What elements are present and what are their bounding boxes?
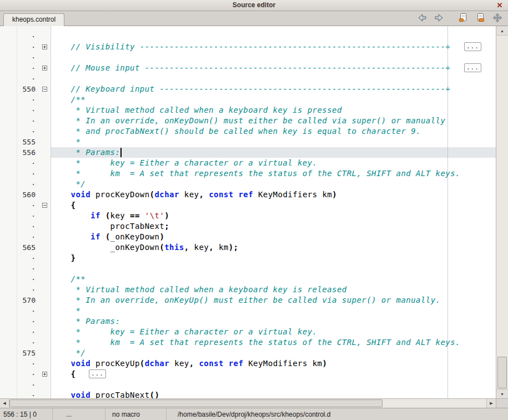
fold-margin-cell[interactable]	[38, 200, 51, 211]
line-number: ·	[0, 221, 38, 232]
line-number: ·	[0, 263, 38, 274]
nav-back-button[interactable]	[416, 13, 428, 24]
line-number: ·	[0, 31, 38, 42]
code-line[interactable]: · * key = Either a character or a virtua…	[0, 158, 496, 168]
code-line[interactable]: ·	[0, 379, 496, 390]
fold-margin-cell	[38, 211, 51, 221]
code-text: * Params:	[51, 316, 496, 327]
line-number: ·	[0, 42, 38, 52]
code-text	[51, 52, 496, 63]
code-line[interactable]: · // Mouse input -----------------------…	[0, 63, 496, 73]
code-line[interactable]: ·	[0, 52, 496, 63]
code-line[interactable]: · * km = A set that represents the statu…	[0, 337, 496, 348]
code-line[interactable]: 550 // Keyboard input ------------------…	[0, 84, 496, 94]
code-line[interactable]: 556 * Params:	[0, 147, 496, 158]
line-number: ·	[0, 105, 38, 116]
scroll-down-arrow[interactable]: ▼	[496, 389, 508, 398]
code-text	[51, 379, 496, 390]
code-line[interactable]: 565 _onKeyDown(this, key, km);	[0, 242, 496, 253]
save-document-icon	[458, 13, 468, 24]
code-text	[51, 31, 496, 42]
detach-button[interactable]	[491, 13, 504, 24]
line-number: ·	[0, 200, 38, 211]
code-line[interactable]: · * km = A set that represents the statu…	[0, 168, 496, 179]
titlebar[interactable]: Source editor ✕	[0, 0, 508, 11]
vertical-scroll-thumb[interactable]	[497, 357, 507, 388]
fold-ellipsis-box[interactable]: ...	[89, 369, 106, 378]
code-line[interactable]: · * In an override, onKeyDown() must eit…	[0, 116, 496, 126]
fold-margin-cell[interactable]	[38, 63, 51, 73]
code-line[interactable]: · *	[0, 306, 496, 316]
tab-kheops-control[interactable]: kheops.control	[3, 13, 64, 26]
code-text: }	[51, 253, 496, 263]
fold-ellipsis-box[interactable]: ...	[464, 63, 481, 72]
code-line[interactable]: · * Params:	[0, 316, 496, 327]
fold-margin-cell	[38, 168, 51, 179]
fold-minus-icon[interactable]	[42, 203, 47, 208]
scroll-up-arrow[interactable]: ▲	[496, 26, 508, 36]
fold-minus-icon[interactable]	[42, 87, 47, 92]
code-line[interactable]: · * Virtual method called when a keyboar…	[0, 284, 496, 295]
fold-margin-cell[interactable]	[38, 369, 51, 379]
code-line[interactable]: 575 */	[0, 348, 496, 358]
code-line[interactable]: · */	[0, 179, 496, 189]
code-line[interactable]: · * key = Either a character or a virtua…	[0, 327, 496, 337]
line-number: ·	[0, 337, 38, 348]
window-title: Source editor	[233, 1, 275, 9]
editor-toolbar	[416, 13, 504, 24]
code-line[interactable]: · * and procTabNext() should be called w…	[0, 126, 496, 137]
code-text: _onKeyDown(this, key, km);	[51, 242, 496, 253]
code-line[interactable]: · if (key == '\t')	[0, 211, 496, 221]
code-line[interactable]: 560 void procKeyDown(dchar key, const re…	[0, 189, 496, 200]
code-line[interactable]: · {...	[0, 369, 496, 379]
code-text: /**	[51, 94, 496, 105]
nav-forward-button[interactable]	[433, 13, 445, 24]
code-line[interactable]: · /**	[0, 94, 496, 105]
save-button[interactable]	[457, 13, 469, 24]
code-line[interactable]: · * Virtual method called when a keyboar…	[0, 105, 496, 116]
code-text: * and procTabNext() should be called whe…	[51, 126, 496, 137]
close-button[interactable]: ✕	[495, 0, 504, 11]
fold-margin-cell	[38, 158, 51, 168]
line-number: ·	[0, 379, 38, 390]
fold-plus-icon[interactable]	[42, 44, 47, 49]
fold-margin-cell	[38, 316, 51, 327]
line-number: ·	[0, 358, 38, 369]
code-line[interactable]: 570 * In an override, onKeyUp() must eit…	[0, 295, 496, 306]
code-line[interactable]: · void procKeyUp(dchar key, const ref Ke…	[0, 358, 496, 369]
scroll-right-arrow[interactable]: ▶	[486, 399, 496, 408]
vertical-scrollbar[interactable]: ▲ ▼	[496, 26, 508, 398]
horizontal-scrollbar[interactable]: ◀ ▶	[0, 398, 508, 408]
code-line[interactable]: ·	[0, 73, 496, 84]
code-text: * key = Either a character or a virtual …	[51, 327, 496, 337]
code-line[interactable]: ·	[0, 31, 496, 42]
line-number: 560	[0, 189, 38, 200]
fold-margin-cell	[38, 73, 51, 84]
fold-plus-icon[interactable]	[42, 372, 47, 377]
code-line[interactable]: · if (_onKeyDown)	[0, 232, 496, 242]
code-line[interactable]: · }	[0, 253, 496, 263]
fold-ellipsis-box[interactable]: ...	[464, 42, 481, 51]
code-line[interactable]: 555 *	[0, 137, 496, 147]
horizontal-scroll-thumb[interactable]	[9, 399, 383, 407]
code-text: if (key == '\t')	[51, 211, 496, 221]
line-number: ·	[0, 306, 38, 316]
scroll-left-arrow[interactable]: ◀	[0, 399, 9, 408]
fold-plus-icon[interactable]	[42, 66, 47, 71]
code-line[interactable]: · procTabNext;	[0, 221, 496, 232]
fold-margin-cell[interactable]	[38, 42, 51, 52]
save-as-button[interactable]	[474, 13, 486, 24]
horizontal-scroll-track[interactable]	[9, 399, 486, 408]
editor-main: ·· // Visibility -----------------------…	[0, 26, 508, 398]
code-editor[interactable]: ·· // Visibility -----------------------…	[0, 26, 496, 398]
fold-margin-cell	[38, 295, 51, 306]
line-number: 575	[0, 348, 38, 358]
code-line[interactable]: · void procTabNext()	[0, 390, 496, 398]
code-line[interactable]: · /**	[0, 274, 496, 284]
code-text: if (_onKeyDown)	[51, 232, 496, 242]
code-line[interactable]: · {	[0, 200, 496, 211]
fold-margin-cell	[38, 221, 51, 232]
code-line[interactable]: · // Visibility ------------------------…	[0, 42, 496, 52]
fold-margin-cell[interactable]	[38, 84, 51, 94]
code-line[interactable]: ·	[0, 263, 496, 274]
